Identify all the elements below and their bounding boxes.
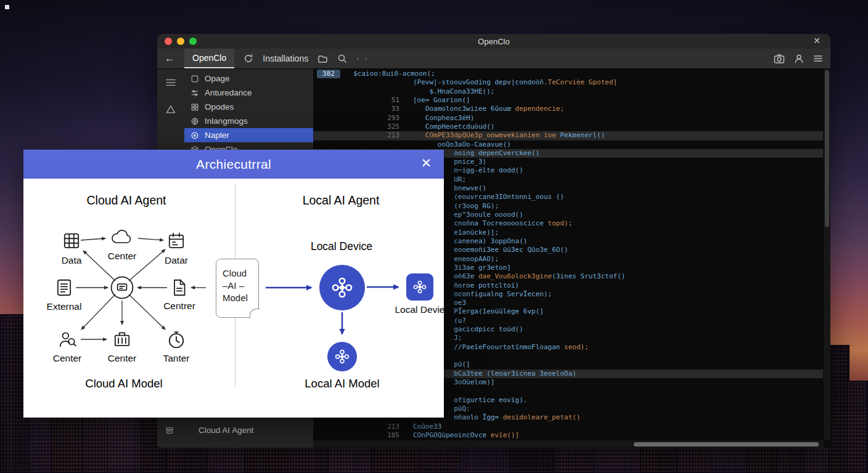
local-ai-model-label: Local AI Model [305, 377, 379, 390]
horizontal-scrollbar-thumb[interactable] [634, 442, 819, 447]
file-icon [170, 278, 189, 297]
target-icon [190, 131, 199, 140]
code-line: $.HnaCona33HE(); [313, 87, 823, 96]
list-document-icon [54, 278, 74, 297]
calendar-icon [166, 231, 186, 251]
sliders-icon [190, 89, 199, 97]
local-agent-heading: Local AI Agent [303, 193, 380, 208]
local-device-small-node [406, 273, 433, 301]
hub-icon [110, 275, 134, 300]
code-line: 185COnPGOQüpeoincOvce evïe()] [313, 431, 823, 440]
cloud-ai-model-box: Cloud –AI – Model [216, 259, 259, 318]
screenshot-icon[interactable] [774, 54, 785, 64]
horizontal-scrollbar[interactable] [313, 440, 824, 448]
resize-marks: ‹ › [356, 54, 369, 63]
bank-building-icon [112, 329, 132, 349]
code-line: (Pevw|-stoouvGoding depv|condoòñ.TeCorvi… [313, 78, 823, 87]
sidebar-item-opage[interactable]: Opage [184, 71, 313, 86]
grid-icon [190, 103, 199, 111]
local-device-label: Local Device [311, 240, 372, 253]
dialog-title: Archiecutrral [196, 157, 271, 172]
globe-icon [190, 117, 199, 126]
architecture-dialog: Archiecutrral ✕ [23, 150, 444, 418]
datar-label: Datar [165, 255, 188, 266]
code-line: 51[oe= Goarion(] [313, 96, 823, 105]
data-grid-icon [62, 231, 81, 251]
code-line: ooQo3aOo-Caeavue() [313, 140, 823, 149]
refresh-icon[interactable] [244, 54, 253, 63]
menu-icon[interactable] [813, 54, 823, 63]
window-titlebar[interactable]: OpenClo ✕ [157, 34, 830, 49]
vertical-scrollbar[interactable] [824, 69, 830, 440]
sidebar-bottom-label: Cloud AI Agent [199, 426, 253, 435]
archive-icon [165, 426, 174, 435]
desktop-dot [5, 5, 9, 9]
model-box-line2: –AI – [223, 280, 258, 292]
center-bottom-mid-label: Center [108, 353, 137, 364]
sidebar-items: OpageAnturedanceOpodesInlangmogsNaplerOp… [184, 69, 313, 156]
dialog-header[interactable]: Archiecutrral ✕ [23, 150, 444, 179]
external-label: External [47, 301, 82, 312]
sidebar-menu-icon[interactable] [165, 78, 176, 87]
zoom-traffic-button[interactable] [189, 38, 197, 45]
vertical-scrollbar-thumb[interactable] [825, 70, 829, 227]
sidebar-item-anturedance[interactable]: Anturedance [184, 86, 313, 100]
centrer-label: Centrer [163, 301, 195, 312]
tab-openclo[interactable]: OpenClo [184, 49, 234, 68]
window-close-button[interactable]: ✕ [809, 35, 824, 46]
cloud-agent-heading: Cloud AI Agent [86, 193, 166, 208]
code-line: 325 CompHeoetcduòud() [313, 123, 823, 131]
sidebar-item-opodes[interactable]: Opodes [184, 100, 313, 114]
model-box-line1: Cloud [223, 267, 258, 280]
cloud-ai-model-label: Cloud AI Model [85, 377, 162, 390]
architecture-diagram: Cloud AI Agent Data Center Datar Externa… [23, 179, 444, 418]
person-search-icon [57, 329, 77, 349]
code-line: 382 $caioo:8ui0-acmoon(; [313, 70, 823, 78]
center-bottom-left-label: Center [53, 353, 82, 364]
code-line: 293 Conpheac3éH) [313, 114, 823, 123]
model-box-line3: Model [223, 292, 258, 304]
sidebar-item-cloud-ai-agent[interactable]: Cloud AI Agent [165, 426, 253, 435]
level-triangle-icon[interactable] [165, 104, 176, 115]
folder-icon[interactable] [317, 54, 328, 63]
traffic-lights [157, 38, 197, 45]
back-button[interactable]: ← [165, 52, 175, 65]
code-line: 213 COmPE33dpQUe3p_oowmvekianien ioe Pek… [313, 131, 823, 140]
sidebar-item-label: Anturedance [205, 88, 252, 97]
toolbar: ← OpenClo Installations ‹ › [157, 49, 830, 69]
tab-installations[interactable]: Installations [263, 54, 308, 63]
square-icon [190, 75, 199, 83]
sidebar-item-napler[interactable]: Napler [184, 128, 313, 142]
center-top-label: Center [108, 251, 137, 262]
tanter-label: Tanter [163, 353, 189, 364]
sidebar-rail [157, 69, 184, 115]
sidebar-item-label: Opodes [205, 102, 234, 111]
search-icon[interactable] [337, 54, 347, 63]
close-traffic-button[interactable] [165, 38, 172, 45]
code-line: 213Coûoe33 [313, 422, 823, 431]
sidebar-item-label: Opage [205, 74, 230, 83]
clock-icon [166, 329, 186, 349]
minimize-traffic-button[interactable] [177, 38, 184, 45]
account-icon[interactable] [794, 54, 804, 63]
local-devie-label: Local Devie [395, 304, 445, 315]
window-title: OpenClo [478, 37, 509, 46]
sidebar-item-label: Napler [205, 131, 229, 140]
sidebar-item-inlangmogs[interactable]: Inlangmogs [184, 114, 313, 128]
code-line: 33 Ooamolonc3wiiee 6ûouœ dependencie; [313, 105, 823, 113]
data-label: Data [62, 255, 82, 266]
cloud-icon [109, 228, 135, 246]
local-device-node [319, 265, 365, 310]
sidebar-item-label: Inlangmogs [205, 116, 248, 126]
local-ai-model-node [327, 342, 357, 371]
dialog-close-button[interactable]: ✕ [417, 155, 435, 171]
